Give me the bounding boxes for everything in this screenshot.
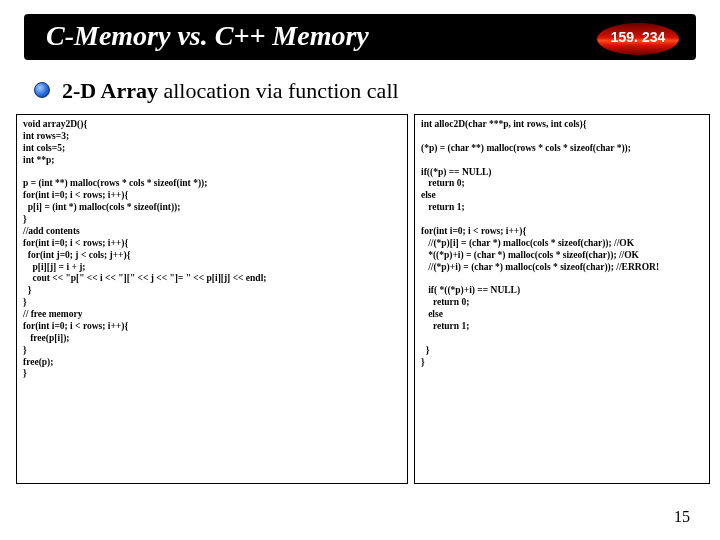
subhead-rest: allocation via function call (163, 78, 398, 103)
course-badge: 159. 234 (592, 18, 684, 60)
badge-text: 159. 234 (592, 29, 684, 45)
code-left-content: void array2D(){ int rows=3; int cols=5; … (23, 119, 401, 380)
slide-subheading: 2-D Array allocation via function call (62, 78, 399, 104)
page-number: 15 (674, 508, 690, 526)
slide-title: C-Memory vs. C++ Memory (46, 20, 369, 52)
bullet-icon (34, 82, 50, 98)
subhead-bold: 2-D Array (62, 78, 163, 103)
code-block-right: int alloc2D(char ***p, int rows, int col… (414, 114, 710, 484)
code-block-left: void array2D(){ int rows=3; int cols=5; … (16, 114, 408, 484)
code-right-content: int alloc2D(char ***p, int rows, int col… (421, 119, 703, 368)
